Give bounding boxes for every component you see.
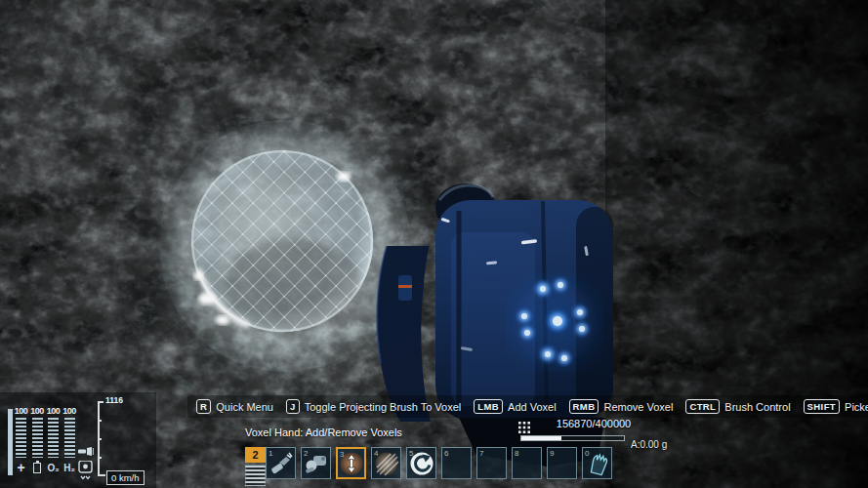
flashlight-icon xyxy=(78,447,94,456)
hotbar-slot-9[interactable]: 9 xyxy=(547,447,577,479)
toolbar-pages-icon xyxy=(245,465,266,486)
hotbar-slot-7[interactable]: 7 xyxy=(476,447,507,479)
broadcast-icon xyxy=(78,461,93,482)
hotbar-slot-1[interactable]: 1 xyxy=(266,447,296,479)
altitude-value: 1116 xyxy=(105,395,123,405)
keybind-hint-bar: RQuick Menu JToggle Projecting Brush To … xyxy=(187,395,868,418)
toolbar-page-indicator[interactable]: 2 xyxy=(245,447,266,486)
suit-gauges: 100+ 100 100O₂ 100H₂ xyxy=(16,406,75,475)
key-badge: CTRL xyxy=(685,399,720,414)
key-badge: RMB xyxy=(569,399,599,414)
gravity-readout: A:0.00 g xyxy=(631,439,667,450)
hotbar-slot-3-selected[interactable]: 3 xyxy=(336,447,366,479)
hint-toggle-projecting: JToggle Projecting Brush To Voxel xyxy=(286,399,461,414)
hint-quick-menu: RQuick Menu xyxy=(196,399,273,414)
hint-add-voxel: LMBAdd Voxel xyxy=(474,399,556,414)
suit-main-bar xyxy=(8,409,13,475)
toolbar-page-number: 2 xyxy=(245,447,266,463)
gauge-hydrogen: 100H₂ xyxy=(64,406,75,475)
selected-tool-tooltip: Voxel Hand: Add/Remove Voxels xyxy=(245,427,402,438)
oxygen-icon: O₂ xyxy=(47,461,59,475)
key-badge: R xyxy=(196,399,211,414)
hotbar-slot-4[interactable]: 4 xyxy=(371,447,401,479)
hotbar-slot-8[interactable]: 8 xyxy=(512,447,542,479)
speed-readout: 0 km/h xyxy=(106,470,145,485)
altitude-speed-widget: 1116 0 km/h xyxy=(94,395,152,488)
hotbar-slot-5[interactable]: 5 xyxy=(406,447,436,479)
inventory-volume: 156870/400000 xyxy=(520,418,667,429)
hotbar: 1 2 3 4 5 6 7 8 9 0 xyxy=(266,447,612,479)
key-badge: LMB xyxy=(474,399,503,414)
inventory-volume-bar xyxy=(520,435,625,441)
hydrogen-icon: H₂ xyxy=(63,461,75,475)
gauge-oxygen: 100O₂ xyxy=(48,406,59,475)
key-badge: J xyxy=(286,399,300,414)
key-badge: SHIFT xyxy=(804,399,840,414)
hint-remove-voxel: RMBRemove Voxel xyxy=(569,399,674,414)
battery-icon xyxy=(33,463,41,473)
hotbar-slot-0[interactable]: 0 xyxy=(582,447,612,479)
health-cross-icon: + xyxy=(17,461,24,475)
hint-brush-control: CTRLBrush Control xyxy=(685,399,790,414)
hotbar-slot-6[interactable]: 6 xyxy=(441,447,472,479)
inventory-fill xyxy=(521,436,561,440)
gauge-health: 100+ xyxy=(16,406,26,475)
hint-picker: SHIFTPicker xyxy=(804,399,868,414)
hotbar-slot-2[interactable]: 2 xyxy=(301,447,331,479)
gauge-energy: 100 xyxy=(32,406,43,475)
